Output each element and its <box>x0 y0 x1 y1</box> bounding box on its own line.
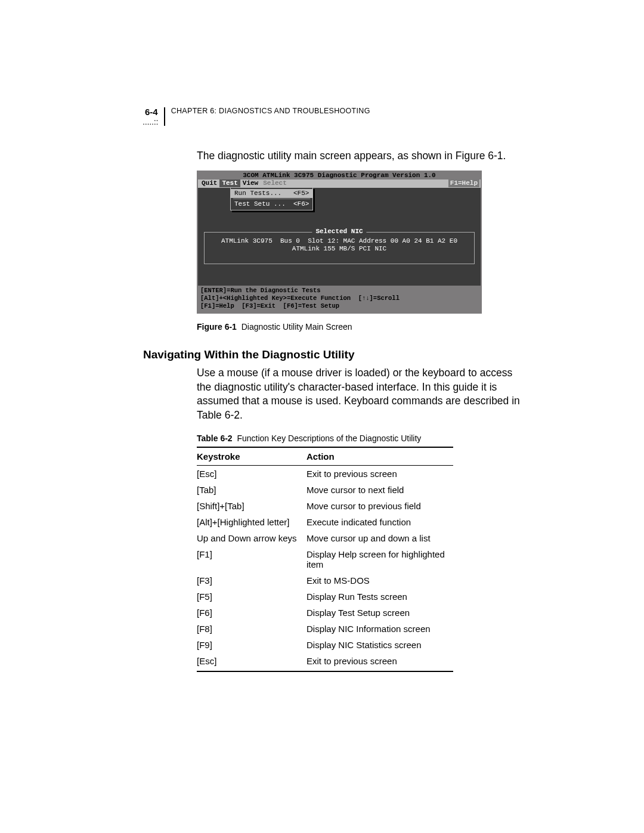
decorative-dots-icon: • •• • • • • • • <box>143 119 158 126</box>
figure-label: Figure 6-1 <box>197 322 237 332</box>
keystroke-cell: [F9] <box>197 637 306 653</box>
keystroke-cell: [F3] <box>197 572 306 589</box>
table-row: [F3]Exit to MS-DOS <box>197 572 453 589</box>
action-cell: Exit to previous screen <box>306 465 453 482</box>
action-cell: Display NIC Information screen <box>306 621 453 637</box>
figure-caption-text: Diagnostic Utility Main Screen <box>242 322 352 332</box>
action-cell: Move cursor to next field <box>306 482 453 498</box>
action-cell: Display Run Tests screen <box>306 589 453 605</box>
table-label: Table 6-2 <box>197 433 233 443</box>
dropdown-run-tests[interactable]: Run Tests... <F5> <box>231 189 312 198</box>
keystroke-cell: [Esc] <box>197 465 306 482</box>
keystroke-cell: [F8] <box>197 621 306 637</box>
menu-quit[interactable]: Quit <box>199 179 219 187</box>
screenshot-body: Run Tests... <F5> Test Setu ... <F6> Sel… <box>198 188 481 286</box>
keystroke-cell: [F6] <box>197 605 306 621</box>
screenshot-figure: 3COM ATMLink 3C975 Diagnostic Program Ve… <box>197 171 482 314</box>
table-row: [Alt]+[Highlighted letter]Execute indica… <box>197 514 453 530</box>
dropdown-divider <box>233 199 310 199</box>
section-paragraph: Use a mouse (if a mouse driver is loaded… <box>197 366 525 423</box>
screenshot-footer: [ENTER]=Run the Diagnostic Tests [Alt]+<… <box>198 286 481 312</box>
action-cell: Exit to MS-DOS <box>306 572 453 589</box>
col-header-action: Action <box>306 447 453 466</box>
document-page: 6-4 • •• • • • • • • Chapter 6: Diagnost… <box>0 0 644 720</box>
selected-nic-panel: Selected NIC ATMLink 3C975 Bus 0 Slot 12… <box>204 232 475 264</box>
keystroke-cell: [Tab] <box>197 482 306 498</box>
keystroke-cell: [F5] <box>197 589 306 605</box>
page-number: 6-4 <box>145 107 158 116</box>
keystroke-cell: Up and Down arrow keys <box>197 530 306 546</box>
action-cell: Exit to previous screen <box>306 653 453 671</box>
intro-paragraph: The diagnostic utility main screen appea… <box>197 149 525 163</box>
table-row: [Shift]+[Tab]Move cursor to previous fie… <box>197 498 453 514</box>
table-caption-text: Function Key Descriptions of the Diagnos… <box>237 433 421 443</box>
table-row: [Esc]Exit to previous screen <box>197 465 453 482</box>
menu-view[interactable]: View <box>240 179 261 187</box>
table-row: [F8]Display NIC Information screen <box>197 621 453 637</box>
action-cell: Display Help screen for highlighted item <box>306 546 453 572</box>
selected-nic-title: Selected NIC <box>312 228 366 236</box>
menu-select[interactable]: Select <box>261 179 289 187</box>
table-row: [F5]Display Run Tests screen <box>197 589 453 605</box>
table-row: [F6]Display Test Setup screen <box>197 605 453 621</box>
dropdown-test-setup[interactable]: Test Setu ... <F6> <box>231 200 312 209</box>
table-caption: Table 6-2 Function Key Descriptions of t… <box>197 433 525 443</box>
page-number-block: 6-4 • •• • • • • • • <box>143 107 165 126</box>
running-header: 6-4 • •• • • • • • • Chapter 6: Diagnost… <box>143 107 370 126</box>
section-heading: Navigating Within the Diagnostic Utility <box>143 348 525 361</box>
col-header-keystroke: Keystroke <box>197 447 306 466</box>
figure-caption: Figure 6-1 Diagnostic Utility Main Scree… <box>197 322 525 332</box>
menu-test[interactable]: Test <box>219 179 240 187</box>
action-cell: Display Test Setup screen <box>306 605 453 621</box>
keystroke-cell: [Alt]+[Highlighted letter] <box>197 514 306 530</box>
nic-info-line-2: ATMLink 155 MB/S PCI NIC <box>208 245 470 253</box>
table-row: [Esc]Exit to previous screen <box>197 653 453 671</box>
chapter-label: Chapter 6: Diagnostics and Troubleshooti… <box>171 107 370 116</box>
table-row: [F9]Display NIC Statistics screen <box>197 637 453 653</box>
action-cell: Move cursor to previous field <box>306 498 453 514</box>
action-cell: Display NIC Statistics screen <box>306 637 453 653</box>
keystroke-cell: [Esc] <box>197 653 306 671</box>
footer-line-2: [Alt]+<Highlighted Key>=Execute Function… <box>200 295 400 302</box>
action-cell: Execute indicated function <box>306 514 453 530</box>
footer-line-1: [ENTER]=Run the Diagnostic Tests <box>200 287 321 294</box>
table-row: [F1]Display Help screen for highlighted … <box>197 546 453 572</box>
help-hint: F1=Help <box>448 179 479 187</box>
body-column: The diagnostic utility main screen appea… <box>197 149 525 672</box>
table-row: Up and Down arrow keysMove cursor up and… <box>197 530 453 546</box>
app-title: 3COM ATMLink 3C975 Diagnostic Program Ve… <box>198 172 481 179</box>
footer-line-3: [F1]=Help [F3]=Exit [F6]=Test Setup <box>200 302 339 309</box>
test-dropdown: Run Tests... <F5> Test Setu ... <F6> <box>230 187 313 210</box>
action-cell: Move cursor up and down a list <box>306 530 453 546</box>
keystroke-cell: [Shift]+[Tab] <box>197 498 306 514</box>
table-row: [Tab]Move cursor to next field <box>197 482 453 498</box>
nic-info-line-1: ATMLink 3C975 Bus 0 Slot 12: MAC Address… <box>208 237 470 245</box>
function-key-table: Keystroke Action [Esc]Exit to previous s… <box>197 447 453 672</box>
keystroke-cell: [F1] <box>197 546 306 572</box>
